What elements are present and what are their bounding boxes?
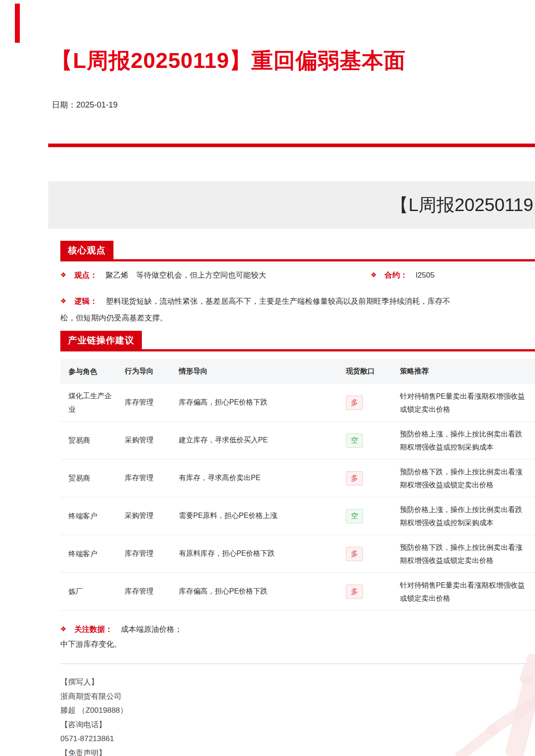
- strategy-line: 针对待销售PE量卖出看涨期权增强收益: [400, 390, 535, 403]
- cell-behavior: 库存管理: [125, 473, 179, 483]
- table-row: 终端客户库存管理有原料库存，担心PE价格下跌多预防价格下跌，操作上按比例卖出看涨…: [60, 535, 535, 573]
- exposure-badge: 多: [346, 585, 363, 599]
- cell-role: 贸易商: [68, 472, 113, 485]
- contract-value: l2505: [416, 271, 435, 279]
- footer-divider: [60, 663, 535, 664]
- column-header-2: 行为导向: [125, 367, 179, 376]
- report-page: 【L周报20250119】重回偏弱基本面 日期：2025-01-19 【L周报2…: [48, 0, 535, 756]
- logic-line-1: ❖ 逻辑： 塑料现货短缺，流动性紧张，基差居高不下，主要是生产端检修量较高以及前…: [60, 293, 450, 310]
- strategy-line: 期权增强收益或控制采购成本: [400, 516, 535, 529]
- logic-text-line2: 松，但短期内仍受高基差支撑。: [60, 310, 450, 326]
- cell-behavior: 采购管理: [125, 436, 179, 445]
- strategy-line: 预防价格下跌，操作上按比例卖出看涨: [400, 465, 535, 478]
- column-header-1: 参与角色: [60, 365, 125, 378]
- recommendation-table-body: 煤化工生产企业库存管理库存偏高，担心PE价格下跌多针对待销售PE量卖出看涨期权增…: [60, 384, 535, 611]
- cell-strategy: 针对待销售PE量卖出看涨期权增强收益或锁定卖出价格: [400, 390, 535, 416]
- focus-data-text: 成本端原油价格；: [121, 625, 182, 634]
- diamond-bullet-icon: ❖: [60, 271, 66, 279]
- exposure-badge: 空: [346, 433, 363, 448]
- footer-block: 【撰写人】浙商期货有限公司滕超 （Z0019888）【咨询电话】0571-872…: [60, 675, 127, 756]
- cell-exposure: 空: [346, 433, 400, 448]
- table-row: 贸易商库存管理有库存，寻求高价卖出PE多预防价格下跌，操作上按比例卖出看涨期权增…: [60, 459, 535, 497]
- strategy-line: 期权增强收益或锁定卖出价格: [400, 478, 535, 491]
- logic-label: 逻辑：: [74, 297, 97, 306]
- strategy-line: 预防价格上涨，操作上按比例卖出看跌: [400, 503, 535, 516]
- strategy-line: 预防价格上涨，操作上按比例卖出看跌: [400, 428, 535, 441]
- viewpoint-row: ❖ 观点： 聚乙烯 等待做空机会，但上方空间也可能较大 ❖ 合约： l2505: [60, 270, 266, 280]
- focus-data-block: ❖ 关注数据： 成本端原油价格； 中下游库存变化。: [60, 622, 182, 652]
- cell-situation: 有原料库存，担心PE价格下跌: [179, 549, 346, 558]
- viewpoint-label: 观点：: [74, 271, 97, 279]
- diamond-bullet-icon: ❖: [60, 297, 66, 305]
- focus-data-label: 关注数据：: [74, 625, 113, 634]
- strategy-line: 期权增强收益或控制采购成本: [400, 441, 535, 454]
- contract-label: 合约：: [385, 271, 408, 279]
- banner-title: 【L周报20250119】重回偏弱基本面: [390, 181, 535, 229]
- cell-strategy: 预防价格下跌，操作上按比例卖出看涨期权增强收益或锁定卖出价格: [400, 465, 535, 491]
- recommendation-table: 参与角色行为导向情形导向现货敞口策略推荐 煤化工生产企业库存管理库存偏高，担心P…: [60, 359, 535, 611]
- table-row: 煤化工生产企业库存管理库存偏高，担心PE价格下跌多针对待销售PE量卖出看涨期权增…: [60, 384, 535, 422]
- exposure-badge: 多: [346, 471, 363, 486]
- footer-line: 0571-87213861: [60, 732, 127, 746]
- cell-strategy: 预防价格上涨，操作上按比例卖出看跌期权增强收益或控制采购成本: [400, 503, 535, 529]
- strategy-line: 或锁定卖出价格: [400, 403, 535, 416]
- diamond-bullet-icon: ❖: [60, 625, 66, 633]
- chain-advice-heading: 产业链操作建议: [60, 331, 142, 349]
- footer-line: 【咨询电话】: [60, 718, 127, 732]
- exposure-badge: 空: [346, 509, 363, 523]
- cell-situation: 需要PE原料，担心PE价格上涨: [179, 511, 346, 521]
- contract-group: ❖ 合约： l2505: [371, 270, 435, 280]
- column-header-4: 现货敞口: [346, 367, 400, 376]
- cell-situation: 有库存，寻求高价卖出PE: [179, 473, 346, 483]
- cell-role: 终端客户: [68, 509, 113, 523]
- cell-role: 终端客户: [68, 547, 113, 561]
- table-row: 贸易商采购管理建立库存，寻求低价买入PE空预防价格上涨，操作上按比例卖出看跌期权…: [60, 422, 535, 459]
- strategy-line: 或锁定卖出价格: [400, 592, 535, 605]
- footer-line: 浙商期货有限公司: [60, 689, 127, 704]
- cell-behavior: 采购管理: [125, 511, 179, 521]
- cell-strategy: 预防价格上涨，操作上按比例卖出看跌期权增强收益或控制采购成本: [400, 428, 535, 454]
- logic-paragraph: ❖ 逻辑： 塑料现货短缺，流动性紧张，基差居高不下，主要是生产端检修量较高以及前…: [60, 293, 450, 326]
- exposure-badge: 多: [346, 547, 363, 561]
- cell-role: 煤化工生产企业: [68, 389, 113, 416]
- cell-situation: 库存偏高，担心PE价格下跌: [179, 587, 346, 596]
- core-view-heading: 核心观点: [60, 241, 113, 259]
- red-corner-marker: [15, 4, 20, 43]
- cell-strategy: 针对待销售PE量卖出看涨期权增强收益或锁定卖出价格: [400, 579, 535, 605]
- report-banner: 【L周报20250119】重回偏弱基本面: [48, 181, 535, 229]
- cell-behavior: 库存管理: [125, 549, 179, 558]
- cell-strategy: 预防价格下跌，操作上按比例卖出看涨期权增强收益或锁定卖出价格: [400, 541, 535, 567]
- table-row: 终端客户采购管理需要PE原料，担心PE价格上涨空预防价格上涨，操作上按比例卖出看…: [60, 497, 535, 535]
- column-header-3: 情形导向: [179, 367, 346, 376]
- cell-exposure: 空: [346, 509, 400, 523]
- section-head-core-view: 核心观点: [60, 241, 535, 261]
- focus-line-2: 中下游库存变化。: [60, 637, 182, 652]
- strategy-line: 预防价格下跌，操作上按比例卖出看涨: [400, 541, 535, 554]
- section-head-chain-advice: 产业链操作建议: [60, 331, 535, 351]
- cell-exposure: 多: [346, 547, 400, 561]
- red-divider-rule: [48, 144, 535, 147]
- strategy-line: 针对待销售PE量卖出看涨期权增强收益: [400, 579, 535, 592]
- footer-line: 【免责声明】: [60, 746, 127, 756]
- table-row: 炼厂库存管理库存偏高，担心PE价格下跌多针对待销售PE量卖出看涨期权增强收益或锁…: [60, 573, 535, 611]
- cell-situation: 建立库存，寻求低价买入PE: [179, 436, 346, 445]
- cell-role: 炼厂: [68, 585, 113, 598]
- cell-exposure: 多: [346, 396, 400, 410]
- logic-text-line1: 塑料现货短缺，流动性紧张，基差居高不下，主要是生产端检修量较高以及前期旺季持续消…: [106, 297, 450, 306]
- cell-situation: 库存偏高，担心PE价格下跌: [179, 398, 346, 407]
- cell-behavior: 库存管理: [125, 587, 179, 596]
- column-header-5: 策略推荐: [400, 367, 535, 376]
- diamond-bullet-icon: ❖: [371, 271, 376, 279]
- cell-exposure: 多: [346, 471, 400, 486]
- exposure-badge: 多: [346, 396, 363, 410]
- page-title: 【L周报20250119】重回偏弱基本面: [51, 46, 406, 75]
- cell-behavior: 库存管理: [125, 398, 179, 407]
- cell-role: 贸易商: [68, 434, 113, 447]
- strategy-line: 期权增强收益或锁定卖出价格: [400, 554, 535, 567]
- cell-exposure: 多: [346, 585, 400, 599]
- focus-line-1: ❖ 关注数据： 成本端原油价格；: [60, 622, 182, 637]
- footer-line: 【撰写人】: [60, 675, 127, 689]
- report-date: 日期：2025-01-19: [52, 99, 118, 110]
- footer-line: 滕超 （Z0019888）: [60, 703, 127, 718]
- table-header-row: 参与角色行为导向情形导向现货敞口策略推荐: [60, 359, 535, 384]
